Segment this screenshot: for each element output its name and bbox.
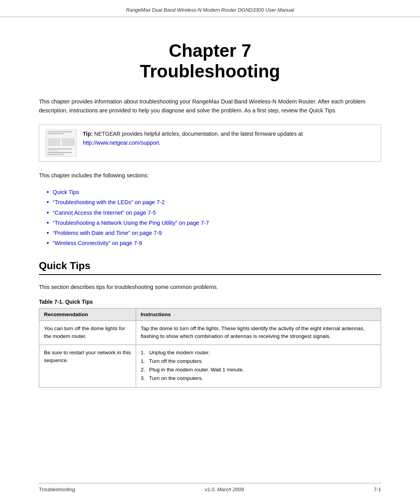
main-content: Chapter 7 Troubleshooting This chapter p… [0, 17, 420, 430]
step-text-1: Unplug the modem router. [148, 349, 210, 357]
step-text-2: Turn off the computers. [148, 357, 203, 365]
toc-list: Quick Tips “Troubleshooting with the LED… [47, 187, 381, 248]
step-num-2: 1. [141, 357, 148, 365]
thumb-line-4 [47, 150, 58, 151]
thumb-block-2 [62, 138, 75, 146]
toc-item-5: “Problems with Date and Time” on page 7-… [47, 228, 381, 238]
page-header: RangeMax Dual Band Wireless-N Modem Rout… [0, 0, 420, 17]
tip-thumbnail [46, 130, 77, 157]
page-footer: Troubleshooting v1.0, March 2009 7-1 [39, 483, 381, 492]
thumb-line-6 [47, 154, 64, 155]
tip-link[interactable]: http://www.netgear.com/support [83, 140, 159, 146]
tip-box: Tip: NETGEAR provides helpful articles, … [39, 124, 381, 162]
toc-link-3[interactable]: “Cannot Access the Internet” on page 7-5 [53, 208, 156, 218]
table-cell-instructions-2: 1. Unplug the modem router. 1. Turn off … [136, 345, 381, 387]
thumb-block-1 [47, 138, 60, 146]
chapter-title-block: Chapter 7 Troubleshooting [39, 40, 381, 82]
tip-text: Tip: NETGEAR provides helpful articles, … [83, 130, 374, 147]
sections-intro-text: This chapter includes the following sect… [39, 171, 381, 180]
step-num-3: 2. [141, 366, 148, 374]
step-text-4: Turn on the computers. [148, 374, 203, 382]
table-cell-instructions-1: Tap the dome to turn off the lights. The… [136, 321, 381, 345]
restart-step-1: 1. Unplug the modem router. [141, 349, 376, 357]
chapter-heading: Chapter 7 Troubleshooting [39, 40, 381, 82]
restart-step-3: 2. Plug in the modem router. Wait 1 minu… [141, 366, 376, 374]
table-header-instructions: Instructions [136, 308, 381, 321]
tip-bold-label: Tip: [83, 131, 93, 137]
toc-item-4: “Troubleshooting a Network Using the Pin… [47, 218, 381, 228]
thumb-line-1 [47, 131, 72, 132]
toc-item-1: Quick Tips [47, 187, 381, 197]
table-header-recommendation: Recommendation [39, 308, 136, 321]
toc-link-6[interactable]: “Wireless Connectivity” on page 7-9 [53, 238, 142, 248]
table-row-1: You can turn off the dome lights for the… [39, 321, 381, 345]
step-text-3: Plug in the modem router. Wait 1 minute. [148, 366, 244, 374]
toc-link-5[interactable]: “Problems with Date and Time” on page 7-… [53, 228, 162, 238]
quick-tips-intro: This section describes tips for troubles… [39, 283, 381, 292]
toc-item-6: “Wireless Connectivity” on page 7-9 [47, 238, 381, 248]
intro-paragraph: This chapter provides information about … [39, 97, 381, 115]
table-row-2: Be sure to restart your network in this … [39, 345, 381, 387]
quick-tips-heading: Quick Tips [39, 260, 381, 275]
toc-item-2: “Troubleshooting with the LEDs” on page … [47, 197, 381, 207]
thumb-line-5 [47, 152, 72, 153]
tip-text-after-link: . [159, 140, 161, 146]
footer-right: 7-1 [374, 486, 381, 492]
tip-text-before-link: NETGEAR provides helpful articles, docum… [93, 131, 303, 137]
table-header-row: Recommendation Instructions [39, 308, 381, 321]
thumb-line-2 [47, 133, 64, 134]
restart-step-2: 1. Turn off the computers. [141, 357, 376, 365]
toc-item-3: “Cannot Access the Internet” on page 7-5 [47, 208, 381, 218]
page: RangeMax Dual Band Wireless-N Modem Rout… [0, 0, 420, 504]
toc-link-4[interactable]: “Troubleshooting a Network Using the Pin… [53, 218, 209, 228]
toc-link-1[interactable]: Quick Tips [53, 187, 79, 197]
table-cell-recommendation-1: You can turn off the dome lights for the… [39, 321, 136, 345]
table-caption: Table 7-1. Quick Tips [39, 299, 381, 305]
header-title: RangeMax Dual Band Wireless-N Modem Rout… [126, 7, 294, 13]
footer-left: Troubleshooting [39, 486, 75, 492]
restart-step-4: 3. Turn on the computers. [141, 374, 376, 382]
footer-center: v1.0, March 2009 [205, 486, 244, 492]
step-num-4: 3. [141, 374, 148, 382]
toc-link-2[interactable]: “Troubleshooting with the LEDs” on page … [53, 197, 165, 207]
step-num-1: 1. [141, 349, 148, 357]
restart-sequence-list: 1. Unplug the modem router. 1. Turn off … [141, 349, 376, 383]
quick-tips-table: Recommendation Instructions You can turn… [39, 308, 381, 388]
table-cell-recommendation-2: Be sure to restart your network in this … [39, 345, 136, 387]
thumb-line-3 [47, 149, 72, 149]
